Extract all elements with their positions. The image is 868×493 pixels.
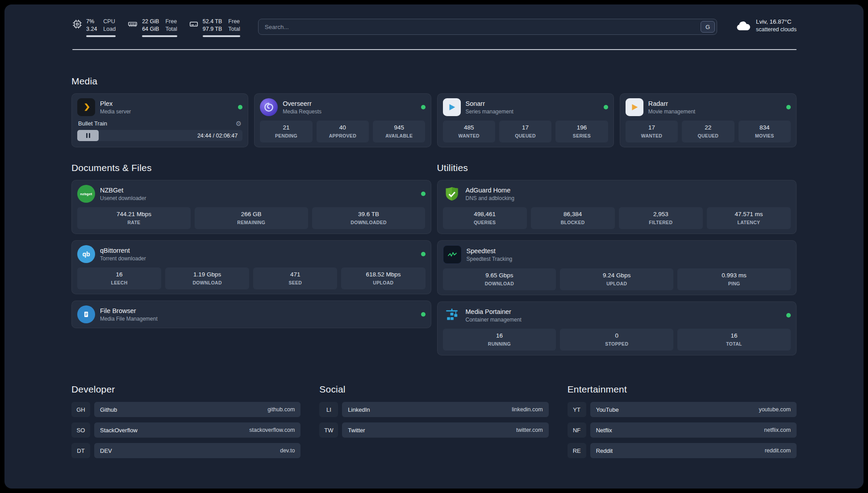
adguard-icon — [443, 185, 461, 203]
stat-label: REMAINING — [196, 220, 306, 225]
stat-value: 16 — [445, 332, 555, 339]
pause-icon[interactable] — [86, 133, 90, 138]
stat-label: BLOCKED — [533, 220, 613, 225]
stat-value: 17 — [501, 124, 550, 131]
cpu-metric: 7% CPU 3.24 Load — [72, 18, 116, 37]
weather-location: Lviv, 16.87°C — [756, 18, 797, 26]
qbittorrent-card[interactable]: qb qBittorrent Torrent downloader 16 LEE… — [71, 240, 431, 294]
stat-label: DOWNLOAD — [167, 280, 247, 285]
link-name: LinkedIn — [348, 406, 370, 413]
app-name: qBittorrent — [100, 246, 146, 255]
cpu-label-bottom: Load — [103, 25, 116, 33]
stat-tile: 39.6 TB DOWNLOADED — [312, 207, 426, 229]
stat-tile: 834 MOVIES — [739, 121, 791, 142]
app-name: File Browser — [100, 307, 158, 315]
filebrowser-card[interactable]: File Browser Media File Management — [71, 301, 431, 328]
status-dot — [421, 105, 426, 109]
stat-label: SEED — [255, 280, 335, 285]
stat-label: RATE — [79, 220, 189, 225]
stat-value: 196 — [557, 124, 606, 131]
stat-label: FILTERED — [621, 220, 701, 225]
ram-label-top: Free — [165, 18, 177, 25]
cpu-load-value: 3.24 — [86, 25, 97, 33]
search-bar: G — [258, 19, 717, 35]
plex-icon — [77, 98, 95, 116]
stat-value: 834 — [740, 124, 789, 131]
stat-value: 16 — [79, 271, 159, 278]
stat-tile: 485 WANTED — [443, 121, 495, 142]
stat-tile: 9.24 Gbps UPLOAD — [560, 268, 673, 290]
playback-progress-fill — [77, 130, 99, 141]
stat-label: AVAILABLE — [375, 133, 423, 138]
link-row-youtube[interactable]: YT YouTube youtube.com — [568, 402, 797, 417]
link-row-github[interactable]: GH Github github.com — [71, 402, 300, 417]
stat-value: 16 — [679, 332, 789, 339]
stat-tile: 17 WANTED — [626, 121, 678, 142]
link-row-stackoverflow[interactable]: SO StackOverflow stackoverflow.com — [71, 422, 300, 438]
stat-value: 17 — [627, 124, 676, 131]
speedtest-card[interactable]: Speedtest Speedtest Tracking 9.65 Gbps D… — [437, 240, 797, 295]
app-subtitle: Container management — [466, 317, 522, 323]
disk-icon — [189, 19, 199, 29]
radarr-card[interactable]: Radarr Movie management 17 WANTED 22 QUE… — [620, 93, 797, 147]
plex-card[interactable]: Plex Media server Bullet Train ⚙ 24:44 /… — [71, 93, 248, 147]
app-subtitle: Usenet downloader — [100, 195, 146, 202]
section-title-media: Media — [71, 76, 797, 87]
stat-label: WANTED — [627, 133, 676, 138]
search-input[interactable] — [258, 19, 717, 35]
search-shortcut-key: G — [701, 21, 715, 33]
link-row-netflix[interactable]: NF Netflix netflix.com — [568, 422, 797, 438]
link-row-dev[interactable]: DT DEV dev.to — [71, 443, 300, 458]
link-groups: Developer GH Github github.com SO StackO… — [71, 384, 797, 464]
stat-value: 618.52 Mbps — [343, 271, 423, 278]
link-abbr: DT — [71, 443, 90, 458]
section-title-utilities: Utilities — [437, 163, 797, 173]
app-subtitle: Media server — [100, 109, 131, 115]
stat-value: 0 — [562, 332, 672, 339]
section-title-social: Social — [319, 384, 548, 395]
stat-label: SERIES — [557, 133, 606, 138]
portainer-card[interactable]: Media Portainer Container management 16 … — [437, 301, 797, 355]
gear-icon[interactable]: ⚙ — [236, 120, 242, 127]
stat-value: 0.993 ms — [679, 272, 789, 279]
stat-label: QUEUED — [684, 133, 732, 138]
stat-label: RUNNING — [445, 341, 555, 347]
link-abbr: GH — [71, 402, 90, 417]
app-subtitle: Media File Management — [100, 316, 158, 322]
stat-label: UPLOAD — [562, 281, 672, 286]
link-row-reddit[interactable]: RE Reddit reddit.com — [568, 443, 797, 458]
link-name: Reddit — [596, 447, 613, 454]
link-row-twitter[interactable]: TW Twitter twitter.com — [319, 422, 548, 438]
link-abbr: NF — [568, 422, 586, 438]
ram-total-value: 64 GiB — [142, 25, 159, 33]
media-card-grid: Plex Media server Bullet Train ⚙ 24:44 /… — [71, 93, 797, 147]
adguard-card[interactable]: AdGuard Home DNS and adblocking 498,461 … — [437, 180, 797, 234]
link-url: stackoverflow.com — [249, 427, 295, 433]
app-subtitle: Media Requests — [283, 109, 321, 115]
cpu-label-top: CPU — [103, 18, 116, 25]
playback-progress-bar[interactable]: 24:44 / 02:06:47 — [77, 130, 242, 141]
stat-label: DOWNLOADED — [314, 220, 424, 225]
section-title-documents: Documents & Files — [71, 163, 431, 173]
stat-value: 471 — [255, 271, 335, 278]
link-row-linkedin[interactable]: LI LinkedIn linkedin.com — [319, 402, 548, 417]
stat-tile: 498,461 QUERIES — [443, 207, 527, 229]
now-playing-title: Bullet Train — [78, 120, 107, 127]
stat-value: 485 — [445, 124, 493, 131]
stat-tile: 22 QUEUED — [682, 121, 734, 142]
nzbget-card[interactable]: nzbget NZBGet Usenet downloader 744.21 M… — [71, 180, 431, 234]
section-title-entertainment: Entertainment — [568, 384, 797, 395]
disk-total-value: 97.9 TB — [203, 25, 222, 33]
playback-time: 24:44 / 02:06:47 — [197, 133, 238, 139]
stat-label: TOTAL — [679, 341, 789, 347]
overseerr-card[interactable]: Overseerr Media Requests 21 PENDING 40 A… — [254, 93, 431, 147]
stat-tile: 618.52 Mbps UPLOAD — [341, 267, 425, 289]
sonarr-card[interactable]: Sonarr Series management 485 WANTED 17 Q… — [437, 93, 614, 147]
stat-tile: 196 SERIES — [555, 121, 608, 142]
link-url: reddit.com — [765, 447, 791, 454]
stat-label: MOVIES — [740, 133, 789, 138]
stat-tile: 1.19 Gbps DOWNLOAD — [165, 267, 249, 289]
app-name: Radarr — [648, 100, 695, 108]
status-dot — [421, 312, 426, 317]
stat-tile: 9.65 Gbps DOWNLOAD — [443, 268, 556, 290]
